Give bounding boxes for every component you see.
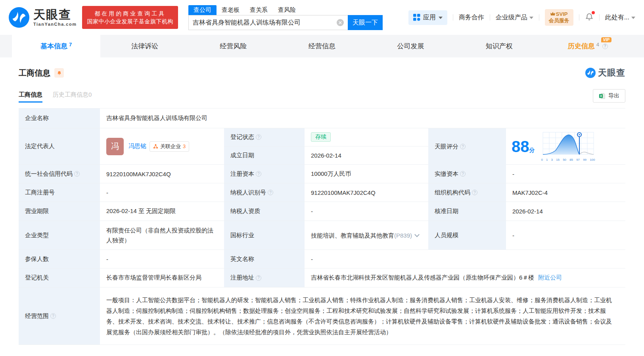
field-label: 成立日期: [224, 147, 305, 165]
help-icon[interactable]: [460, 144, 466, 149]
chevron-down-icon: [439, 17, 443, 19]
field-label: 纳税人识别号: [224, 183, 305, 202]
field-label: 企业类型: [19, 221, 100, 249]
chevron-down-icon: [631, 17, 635, 19]
nav-cooperation[interactable]: 商务合作: [459, 13, 484, 22]
help-icon[interactable]: [460, 171, 466, 177]
approval-date-value: 2026-02-14: [506, 202, 625, 221]
search-tab-company[interactable]: 查公司: [188, 5, 217, 15]
business-term-value: 2026-02-14 至 无固定期限: [100, 202, 224, 221]
watermark-logo: 天眼查: [585, 67, 625, 79]
field-label: 注册资本: [224, 165, 305, 183]
svip-member-badge[interactable]: SVIP 会员服务: [545, 9, 573, 26]
help-icon[interactable]: [50, 313, 56, 319]
help-icon[interactable]: [472, 190, 477, 195]
field-label: 天眼评分: [428, 128, 506, 165]
user-menu-label: 此处有...: [605, 13, 629, 22]
search-tab-relation[interactable]: 查关系: [245, 5, 273, 15]
tab-intellectual-property[interactable]: 知识产权: [455, 35, 543, 57]
table-row: 经营范围 一般项目：人工智能公共数据平台；智能机器人的研发；智能机器人销售；工业…: [19, 287, 625, 345]
clear-search-icon[interactable]: ✕: [337, 19, 344, 26]
company-name-value: 吉林省具身智能机器人训练场有限公司: [100, 109, 625, 128]
tianyancha-logo[interactable]: 天眼查 TianYanCha.com: [9, 7, 77, 28]
tab-history-info[interactable]: VIP 历史信息 4: [544, 35, 632, 57]
table-row: 参保人数 - 英文名称 -: [19, 250, 625, 268]
org-code-value: MAK7J02C-4: [506, 183, 625, 202]
business-scope-value: 一般项目：人工智能公共数据平台；智能机器人的研发；智能机器人销售；工业机器人销售…: [100, 287, 625, 345]
tab-operating-risk[interactable]: 经营风险: [189, 35, 278, 57]
field-label: 登记机关: [19, 268, 100, 287]
search-button[interactable]: 天眼一下: [348, 15, 383, 30]
svip-line2: 会员服务: [549, 17, 569, 24]
legal-rep-link[interactable]: 冯思铭: [128, 143, 146, 150]
help-icon[interactable]: [74, 171, 80, 177]
chevron-down-icon: [529, 17, 533, 19]
help-icon[interactable]: [256, 171, 261, 177]
promo-line2: 国家中小企业发展子基金旗下机构: [87, 17, 173, 25]
tab-count: 7: [69, 42, 72, 48]
field-label: 核准日期: [428, 202, 506, 221]
table-row: 营业期限 2026-02-14 至 无固定期限 纳税人资质 - 核准日期 202…: [19, 202, 625, 221]
avatar[interactable]: 冯: [106, 138, 124, 155]
field-label: 参保人数: [19, 250, 100, 268]
registered-capital-value: 10000万人民币: [305, 165, 428, 183]
search-tab-risk[interactable]: 查风险: [273, 5, 301, 15]
user-menu[interactable]: 此处有...: [605, 13, 635, 22]
help-icon[interactable]: [268, 190, 273, 195]
related-companies-badge[interactable]: 关联企业 3: [150, 141, 189, 152]
field-label: 实缴资本: [428, 165, 506, 183]
apps-grid-icon: [413, 14, 420, 21]
credit-code-value: 91220100MAK7J02C4Q: [100, 165, 224, 183]
tab-label: 经营信息: [309, 42, 335, 51]
network-icon: [153, 144, 158, 149]
chevron-down-icon[interactable]: [414, 232, 420, 237]
export-button[interactable]: X 导出: [593, 89, 625, 103]
tab-label: 公司发展: [397, 42, 424, 51]
subtab-history-business-info[interactable]: 历史工商信息0: [53, 91, 92, 103]
nav-enterprise-products[interactable]: 企业级产品: [496, 13, 533, 22]
tab-company-development[interactable]: 公司发展: [366, 35, 455, 57]
section-title: 工商信息: [19, 68, 50, 78]
table-row: 统一社会信用代码 91220100MAK7J02C4Q 注册资本 10000万人…: [19, 165, 625, 183]
apps-menu[interactable]: 应用: [408, 10, 447, 25]
field-label: 营业期限: [19, 202, 100, 221]
top-bar: 天眼查 TianYanCha.com 都在用的商业查询工具 国家中小企业发展子基…: [0, 0, 644, 35]
insured-count-value: -: [100, 250, 224, 268]
score-distribution-chart: 01 315 5085 9799 100: [541, 131, 595, 162]
help-icon[interactable]: [256, 134, 261, 140]
table-row: 法定代表人 冯 冯思铭 关联企业 3 登记状态: [19, 128, 625, 165]
table-row: 企业类型 有限责任公司（非自然人投资或控股的法人独资） 国标行业 技能培训、教育…: [19, 221, 625, 250]
field-label: 登记状态: [224, 128, 305, 146]
tab-business-info[interactable]: 经营信息: [278, 35, 366, 57]
notifications-bell[interactable]: [585, 12, 594, 23]
tab-legal-litigation[interactable]: 法律诉讼: [100, 35, 189, 57]
industry-value: 技能培训、教育辅助及其他教育(P839): [305, 221, 428, 249]
svip-line1: SVIP: [556, 11, 568, 17]
field-label: 纳税人资质: [224, 202, 305, 221]
svg-text:X: X: [600, 94, 602, 98]
search-tab-boss[interactable]: 查老板: [217, 5, 245, 15]
company-type-value: 有限责任公司（非自然人投资或控股的法人独资）: [100, 221, 224, 249]
field-label: 企业名称: [19, 109, 100, 128]
field-label: 英文名称: [224, 250, 305, 268]
tab-label: 知识产权: [486, 42, 513, 51]
score-unit: 分: [529, 147, 535, 153]
search-input[interactable]: [193, 19, 337, 26]
staff-size-value: -: [506, 221, 625, 249]
establish-date-value: 2026-02-14: [305, 147, 428, 165]
registration-status-cell: 存续: [305, 128, 428, 146]
field-label-text: 登记状态: [230, 133, 254, 141]
promo-line1: 都在用的商业查询工具: [87, 10, 173, 17]
field-label: 国标行业: [224, 221, 305, 249]
monitor-bell-button[interactable]: [54, 68, 64, 78]
taxpayer-id-value: 91220100MAK7J02C4Q: [305, 183, 428, 202]
tab-basic-info[interactable]: 基本信息 7: [12, 35, 100, 57]
nearby-companies-link[interactable]: 附近公司: [538, 274, 562, 282]
registration-no-value: -: [100, 183, 224, 202]
help-icon[interactable]: [602, 44, 608, 49]
subtab-business-info[interactable]: 工商信息: [19, 91, 42, 103]
tab-label: 经营风险: [220, 42, 247, 51]
logo-domain-text: TianYanCha.com: [33, 22, 77, 27]
field-label: 注册地址: [224, 268, 305, 287]
help-icon[interactable]: [256, 275, 261, 281]
